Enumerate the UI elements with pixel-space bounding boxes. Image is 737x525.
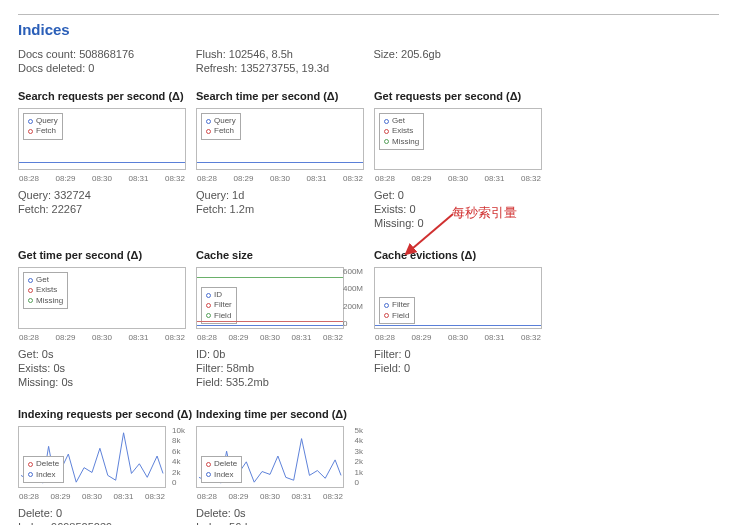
- chart-legend: Get Exists Missing: [379, 113, 424, 150]
- stat-id: ID: 0b: [196, 348, 364, 360]
- chart-cache-size: Cache size ID Filter Field 600M 400M 200…: [196, 249, 364, 390]
- stat-delete: Delete: 0s: [196, 507, 364, 519]
- stat-field: Field: 0: [374, 362, 542, 374]
- indices-stats-row: Docs count: 508868176 Docs deleted: 0 Fl…: [18, 48, 719, 76]
- chart-legend: Query Fetch: [23, 113, 63, 140]
- chart-get-requests: Get requests per second (Δ) Get Exists M…: [374, 90, 542, 231]
- chart-title: Cache size: [196, 249, 364, 261]
- chart-legend: Delete Index: [23, 456, 64, 483]
- chart-cache-evictions: Cache evictions (Δ) Filter Field 08:2808…: [374, 249, 542, 390]
- stat-get: Get: 0: [374, 189, 542, 201]
- chart-legend: ID Filter Field: [201, 287, 237, 324]
- y-axis: 10k 8k 6k 4k 2k 0: [172, 427, 185, 487]
- chart-indexing-requests: Indexing requests per second (Δ) Delete …: [18, 408, 186, 525]
- x-axis: 08:2808:2908:3008:3108:32: [18, 174, 186, 183]
- stat-fetch: Fetch: 22267: [18, 203, 186, 215]
- chart-search-requests: Search requests per second (Δ) Query Fet…: [18, 90, 186, 231]
- stat-exists: Exists: 0s: [18, 362, 186, 374]
- stat-filter: Filter: 0: [374, 348, 542, 360]
- x-axis: 08:2808:2908:3008:3108:32: [196, 333, 344, 342]
- chart-title: Indexing requests per second (Δ): [18, 408, 186, 420]
- stat-query: Query: 1d: [196, 189, 364, 201]
- x-axis: 08:2808:2908:3008:3108:32: [196, 492, 344, 501]
- chart-title: Indexing time per second (Δ): [196, 408, 364, 420]
- chart-title: Get requests per second (Δ): [374, 90, 542, 102]
- x-axis: 08:2808:2908:3008:3108:32: [18, 492, 166, 501]
- stat-get: Get: 0s: [18, 348, 186, 360]
- stat-field: Field: 535.2mb: [196, 376, 364, 388]
- chart-legend: Delete Index: [201, 456, 242, 483]
- stat-index: Index: 9698505039: [18, 521, 186, 525]
- stat-filter: Filter: 58mb: [196, 362, 364, 374]
- stat-fetch: Fetch: 1.2m: [196, 203, 364, 215]
- chart-search-time: Search time per second (Δ) Query Fetch 0…: [196, 90, 364, 231]
- section-title-indices: Indices: [18, 21, 719, 38]
- stat-delete: Delete: 0: [18, 507, 186, 519]
- flush-stat: Flush: 102546, 8.5h: [196, 48, 364, 60]
- x-axis: 08:2808:2908:3008:3108:32: [374, 333, 542, 342]
- chart-indexing-time: Indexing time per second (Δ) Delete Inde…: [196, 408, 364, 525]
- docs-count: Docs count: 508868176: [18, 48, 186, 60]
- docs-deleted: Docs deleted: 0: [18, 62, 186, 74]
- chart-title: Cache evictions (Δ): [374, 249, 542, 261]
- y-axis: 5k 4k 3k 2k 1k 0: [355, 427, 363, 487]
- y-axis: 600M 400M 200M 0: [343, 268, 363, 328]
- size-stat: Size: 205.6gb: [374, 48, 542, 60]
- chart-legend: Get Exists Missing: [23, 272, 68, 309]
- x-axis: 08:2808:2908:3008:3108:32: [196, 174, 364, 183]
- chart-legend: Query Fetch: [201, 113, 241, 140]
- stat-exists: Exists: 0: [374, 203, 542, 215]
- chart-title: Get time per second (Δ): [18, 249, 186, 261]
- x-axis: 08:2808:2908:3008:3108:32: [18, 333, 186, 342]
- stat-index: Index: 56d: [196, 521, 364, 525]
- stat-missing: Missing: 0: [374, 217, 542, 229]
- chart-legend: Filter Field: [379, 297, 415, 324]
- stat-missing: Missing: 0s: [18, 376, 186, 388]
- chart-get-time: Get time per second (Δ) Get Exists Missi…: [18, 249, 186, 390]
- chart-title: Search time per second (Δ): [196, 90, 364, 102]
- x-axis: 08:2808:2908:3008:3108:32: [374, 174, 542, 183]
- refresh-stat: Refresh: 135273755, 19.3d: [196, 62, 364, 74]
- chart-title: Search requests per second (Δ): [18, 90, 186, 102]
- stat-query: Query: 332724: [18, 189, 186, 201]
